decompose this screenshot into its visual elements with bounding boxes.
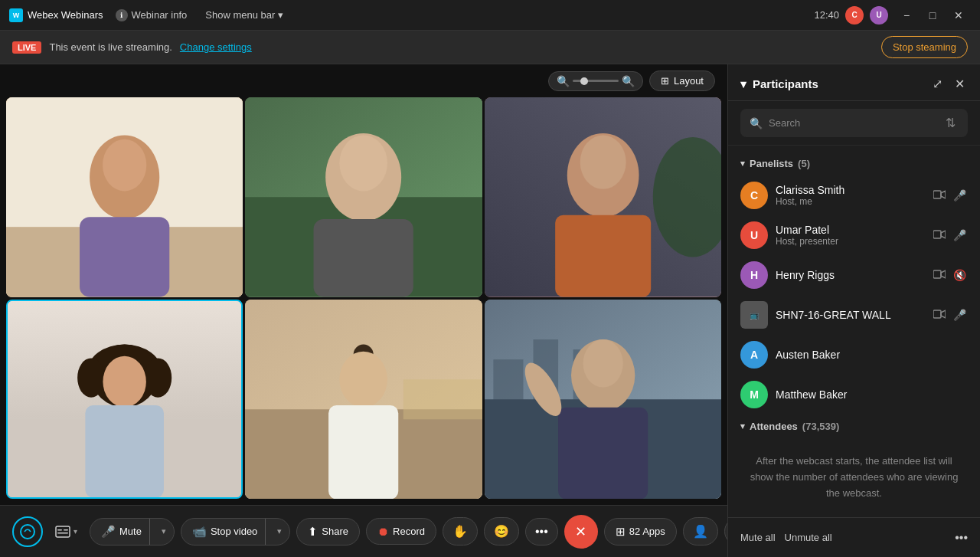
video-cell-1[interactable] — [6, 97, 243, 297]
attendees-label: Attendees — [750, 421, 798, 432]
record-button[interactable]: ⏺ Record — [366, 518, 436, 545]
show-menu-bar-button[interactable]: Show menu bar ▾ — [199, 6, 289, 24]
svg-point-15 — [580, 135, 626, 188]
panelists-count: (5) — [798, 158, 810, 169]
participant-item-henry[interactable]: H Henry Riggs 🔇 — [728, 255, 980, 295]
avatar-matthew: M — [740, 381, 768, 408]
svg-rect-41 — [56, 526, 70, 537]
svg-rect-38 — [558, 407, 648, 499]
zoom-slider[interactable] — [573, 80, 619, 82]
more-options-button[interactable]: ••• — [525, 518, 558, 546]
zoom-in-icon[interactable]: 🔍 — [622, 75, 635, 87]
end-call-button[interactable]: ✕ — [564, 515, 598, 549]
video-btn-clarissa[interactable] — [932, 188, 947, 203]
participant-item-clarissa[interactable]: C Clarissa Smith Host, me 🎤 — [728, 175, 980, 215]
svg-rect-6 — [80, 217, 169, 297]
video-btn-henry[interactable] — [932, 267, 947, 283]
mute-button[interactable]: 🎤 Mute ▾ — [90, 518, 175, 546]
share-label: Share — [322, 526, 348, 537]
participants-panel: ▾ Participants ⤢ ✕ 🔍 ⇅ ▾ Panelists (5) — [727, 64, 980, 557]
minimize-button[interactable]: − — [894, 3, 919, 28]
mic-btn-shn[interactable]: 🎤 — [952, 307, 968, 323]
raise-hand-button[interactable]: ✋ — [443, 517, 478, 546]
video-btn-umar[interactable] — [932, 228, 947, 243]
attendees-section-header[interactable]: ▾ Attendees (73,539) — [728, 414, 980, 438]
svg-point-22 — [144, 358, 172, 397]
title-bar-right: 12:40 C U − □ ✕ — [814, 3, 971, 28]
time-display: 12:40 — [814, 9, 839, 21]
user-avatar-2: U — [870, 6, 888, 25]
stop-video-main[interactable]: 📹 Stop video — [181, 519, 266, 545]
video-icon-umar — [933, 230, 946, 239]
mic-btn-umar[interactable]: 🎤 — [952, 228, 968, 243]
participants-button[interactable]: 👤 — [683, 517, 718, 546]
more-icon: ••• — [535, 525, 548, 539]
video-btn-shn[interactable] — [932, 307, 947, 323]
svg-rect-30 — [328, 405, 398, 499]
participant-name-austen: Austen Baker — [776, 349, 960, 361]
mic-icon: 🎤 — [101, 525, 116, 539]
raise-hand-icon: ✋ — [452, 524, 468, 539]
layout-button[interactable]: ⊞ Layout — [649, 70, 715, 91]
reactions-button[interactable]: 😊 — [484, 517, 519, 546]
ai-icon — [19, 523, 36, 540]
avatar-clarissa: C — [740, 182, 768, 209]
maximize-button[interactable]: □ — [920, 3, 945, 28]
panel-header: ▾ Participants ⤢ ✕ — [728, 64, 980, 101]
stop-video-button[interactable]: 📹 Stop video ▾ — [181, 518, 290, 546]
mute-chevron[interactable]: ▾ — [154, 520, 174, 542]
stop-streaming-button[interactable]: Stop steaming — [881, 36, 968, 58]
panel-popout-button[interactable]: ⤢ — [929, 75, 946, 93]
webinar-info-btn[interactable]: ℹ Webinar info — [116, 9, 188, 21]
participant-actions-clarissa: 🎤 — [932, 188, 968, 203]
panel-close-button[interactable]: ✕ — [952, 75, 968, 93]
participant-info-umar: Umar Patel Host, presenter — [776, 224, 924, 247]
ai-assistant-button[interactable] — [12, 516, 43, 547]
section-chevron-icon: ▾ — [740, 159, 745, 169]
mic-btn-henry[interactable]: 🔇 — [952, 267, 968, 283]
video-cell-6[interactable] — [485, 300, 721, 500]
video-icon-henry — [933, 270, 946, 279]
share-button[interactable]: ⬆ Share — [296, 518, 360, 546]
captions-button[interactable]: ▾ — [49, 521, 83, 542]
stop-video-chevron[interactable]: ▾ — [270, 520, 289, 542]
unmute-all-button[interactable]: Unmute all — [785, 527, 832, 548]
record-label: Record — [393, 526, 425, 537]
window-controls: − □ ✕ — [894, 3, 971, 28]
share-icon: ⬆ — [308, 525, 318, 539]
mute-main[interactable]: 🎤 Mute — [90, 519, 150, 545]
live-badge: LIVE — [12, 41, 41, 54]
panel-footer-more-button[interactable]: ••• — [955, 531, 968, 545]
svg-rect-44 — [57, 532, 68, 534]
change-settings-button[interactable]: Change settings — [180, 41, 252, 53]
participant-name-clarissa: Clarissa Smith — [776, 184, 924, 196]
mute-all-button[interactable]: Mute all — [740, 527, 776, 548]
panel-footer: Mute all Unmute all ••• — [728, 517, 980, 557]
video-grid — [0, 97, 727, 505]
participant-item-shn[interactable]: 📺 SHN7-16-GREAT WALL 🎤 — [728, 295, 980, 335]
close-button[interactable]: ✕ — [946, 3, 971, 28]
participant-item-umar[interactable]: U Umar Patel Host, presenter 🎤 — [728, 215, 980, 255]
svg-point-40 — [21, 525, 34, 539]
apps-button[interactable]: ⊞ 82 Apps — [604, 518, 677, 546]
svg-rect-45 — [933, 191, 941, 198]
video-cell-3[interactable] — [485, 97, 721, 297]
record-icon: ⏺ — [377, 525, 389, 538]
svg-point-10 — [340, 135, 388, 191]
participant-item-austen[interactable]: A Austen Baker — [728, 335, 980, 375]
mic-btn-clarissa[interactable]: 🎤 — [952, 188, 968, 203]
video-cell-4[interactable] — [6, 300, 243, 500]
video-cell-2[interactable] — [245, 97, 482, 297]
video-cell-5[interactable] — [245, 300, 482, 500]
search-input[interactable] — [769, 117, 936, 129]
zoom-out-icon[interactable]: 🔍 — [557, 75, 570, 87]
panelists-label: Panelists — [750, 158, 793, 169]
panelists-section-header[interactable]: ▾ Panelists (5) — [728, 152, 980, 175]
participant-item-matthew[interactable]: M Matthew Baker — [728, 375, 980, 414]
svg-rect-47 — [933, 270, 941, 278]
svg-point-5 — [103, 139, 146, 192]
svg-point-37 — [583, 339, 622, 388]
search-icon: 🔍 — [750, 117, 763, 129]
attendees-message: After the webcast starts, the attendee l… — [728, 438, 980, 516]
sort-button[interactable]: ⇅ — [942, 114, 959, 132]
